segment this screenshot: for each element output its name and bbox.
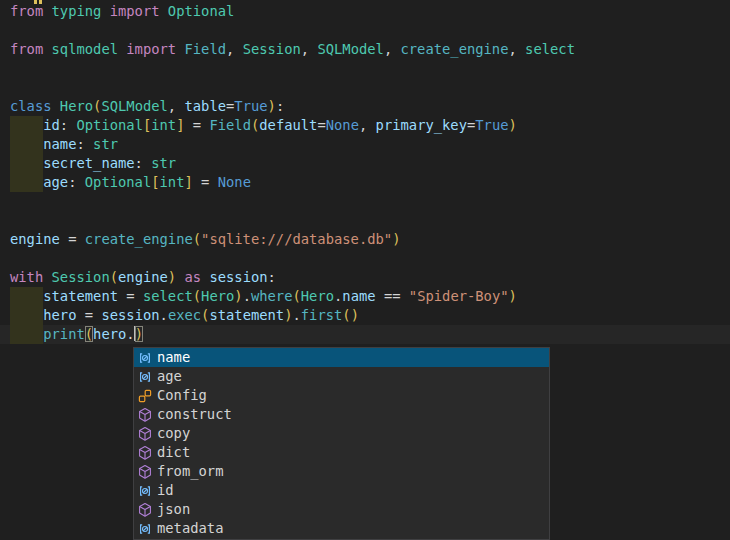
autocomplete-item-label: metadata [157, 519, 223, 538]
code-token: , [301, 41, 318, 57]
code-line[interactable]: engine = create_engine("sqlite:///databa… [0, 230, 730, 249]
code-token: import [126, 41, 176, 57]
autocomplete-item-Config[interactable]: Config [134, 386, 549, 405]
symbol-method-icon [137, 426, 153, 442]
autocomplete-item-construct[interactable]: construct [134, 405, 549, 424]
code-token: SQLModel [317, 41, 383, 57]
code-token: int [160, 174, 185, 190]
code-line[interactable] [0, 211, 730, 230]
autocomplete-item-dict[interactable]: dict [134, 443, 549, 462]
code-token: table [184, 98, 226, 114]
code-line[interactable] [0, 78, 730, 97]
code-token: Session [52, 269, 110, 285]
code-token: : [268, 269, 276, 285]
code-token: . [293, 307, 301, 323]
code-token: ) [509, 117, 517, 133]
code-token: : [76, 136, 93, 152]
code-line[interactable]: secret_name: str [0, 154, 730, 173]
code-token: Field [209, 117, 251, 133]
autocomplete-item-id[interactable]: id [134, 481, 549, 500]
code-line[interactable]: from typing import Optional [0, 2, 730, 21]
autocomplete-item-label: json [157, 500, 190, 519]
code-line[interactable] [0, 59, 730, 78]
symbol-variable-icon [137, 483, 153, 499]
autocomplete-item-label: id [157, 481, 174, 500]
code-token: statement [43, 288, 118, 304]
code-token: age [43, 174, 68, 190]
code-line[interactable] [0, 249, 730, 268]
code-token [184, 117, 192, 133]
code-token: = [193, 117, 201, 133]
code-token: secret_name [43, 155, 134, 171]
code-token: ( [193, 288, 201, 304]
code-token: Hero [301, 288, 334, 304]
code-token: Hero [60, 98, 93, 114]
symbol-class-icon [137, 388, 153, 404]
symbol-variable-icon [137, 369, 153, 385]
autocomplete-item-name[interactable]: name [134, 348, 549, 367]
code-token: ( [293, 288, 301, 304]
code-token: name [342, 288, 375, 304]
autocomplete-item-label: construct [157, 405, 232, 424]
code-line[interactable]: from sqlmodel import Field, Session, SQL… [0, 40, 730, 59]
code-token: session [209, 269, 267, 285]
code-token: True [475, 117, 508, 133]
code-token [43, 41, 51, 57]
code-token: . [243, 288, 251, 304]
code-line[interactable] [0, 192, 730, 211]
code-line[interactable]: statement = select(Hero).where(Hero.name… [0, 287, 730, 306]
code-token: Optional [85, 174, 151, 190]
code-token: Session [243, 41, 301, 57]
code-token: ) [392, 231, 400, 247]
code-token: typing [52, 3, 102, 19]
autocomplete-item-label: dict [157, 443, 190, 462]
code-token: ) [168, 269, 176, 285]
code-token: from [10, 3, 43, 19]
code-token: default [259, 117, 317, 133]
autocomplete-item-copy[interactable]: copy [134, 424, 549, 443]
autocomplete-item-label: Config [157, 386, 207, 405]
code-token: : [276, 98, 284, 114]
symbol-variable-icon [137, 350, 153, 366]
symbol-variable-icon [137, 521, 153, 537]
autocomplete-item-metadata[interactable]: metadata [134, 519, 549, 538]
autocomplete-item-age[interactable]: age [134, 367, 549, 386]
code-token: Optional [76, 117, 142, 133]
code-token [193, 174, 201, 190]
code-token [401, 288, 409, 304]
code-token: "Spider-Boy" [409, 288, 509, 304]
code-token: import [110, 3, 160, 19]
indent-guide-highlight [10, 135, 43, 154]
code-token: session [101, 307, 159, 323]
code-token [376, 288, 384, 304]
code-token: [ [151, 174, 159, 190]
code-line[interactable]: print(hero.) [0, 325, 730, 344]
code-line[interactable]: age: Optional[int] = None [0, 173, 730, 192]
code-line[interactable]: name: str [0, 135, 730, 154]
code-line[interactable] [0, 21, 730, 40]
indent-guide-highlight [10, 116, 43, 135]
code-line[interactable]: hero = session.exec(statement).first() [0, 306, 730, 325]
code-token: int [151, 117, 176, 133]
code-line[interactable]: class Hero(SQLModel, table=True): [0, 97, 730, 116]
code-token: engine [10, 231, 60, 247]
code-line[interactable]: id: Optional[int] = Field(default=None, … [0, 116, 730, 135]
autocomplete-item-from_orm[interactable]: from_orm [134, 462, 549, 481]
code-token: == [384, 288, 401, 304]
code-token [209, 174, 217, 190]
code-token: , [168, 98, 185, 114]
autocomplete-popup[interactable]: nameageConfigconstructcopydictfrom_ormid… [133, 347, 550, 540]
code-token: hero [93, 326, 126, 342]
code-token [101, 3, 109, 19]
code-token: hero [43, 307, 76, 323]
code-token: name [43, 136, 76, 152]
indent-guide-highlight [10, 173, 43, 192]
code-line[interactable]: with Session(engine) as session: [0, 268, 730, 287]
code-token: sqlmodel [52, 41, 118, 57]
code-lines: from typing import Optionalfrom sqlmodel… [0, 2, 730, 344]
indent-guide-highlight [10, 306, 43, 325]
code-token: SQLModel [101, 98, 167, 114]
autocomplete-item-json[interactable]: json [134, 500, 549, 519]
symbol-method-icon [137, 445, 153, 461]
code-token: ( [193, 231, 201, 247]
